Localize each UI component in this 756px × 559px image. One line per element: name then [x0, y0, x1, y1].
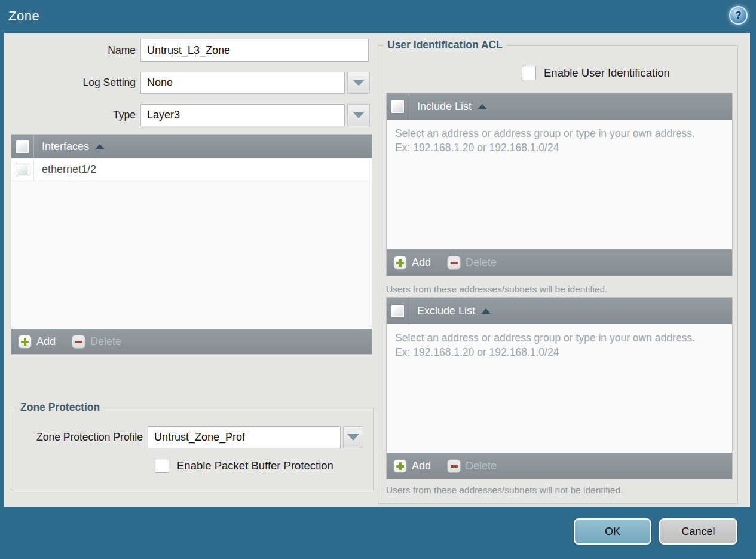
dialog-header: Zone ?	[0, 0, 756, 33]
include-list-toolbar: Add Delete	[387, 249, 732, 276]
include-list-placeholder: Select an address or address group or ty…	[387, 120, 721, 161]
name-label: Name	[4, 44, 140, 57]
help-glyph: ?	[735, 10, 741, 22]
zone-protection-profile-row: Zone Protection Profile	[15, 426, 363, 448]
chevron-down-icon	[347, 434, 359, 441]
zone-protection-section: Zone Protection Zone Protection Profile …	[11, 408, 374, 490]
add-button[interactable]: Add	[393, 256, 431, 270]
chevron-down-icon	[353, 112, 365, 118]
dialog-title: Zone	[8, 8, 39, 24]
plus-icon	[18, 335, 32, 349]
exclude-list-placeholder: Select an address or address group or ty…	[387, 324, 721, 366]
interfaces-toolbar: Add Delete	[11, 329, 372, 354]
exclude-list-header: Exclude List	[387, 298, 732, 324]
help-icon[interactable]: ?	[729, 6, 748, 25]
include-list-table: Include List Select an address or addres…	[386, 93, 733, 276]
minus-icon	[447, 256, 461, 270]
add-button[interactable]: Add	[18, 335, 56, 349]
include-list-note: Users from these addresses/subnets will …	[386, 284, 607, 295]
plus-icon	[393, 256, 407, 270]
delete-button[interactable]: Delete	[447, 256, 497, 270]
include-select-all-checkbox[interactable]	[391, 100, 405, 114]
include-list-body[interactable]: Select an address or address group or ty…	[387, 120, 732, 249]
delete-button[interactable]: Delete	[72, 335, 121, 349]
type-row: Type	[4, 104, 370, 126]
sort-ascending-icon[interactable]	[95, 144, 105, 149]
type-input[interactable]	[140, 104, 345, 126]
sort-ascending-icon[interactable]	[478, 104, 487, 109]
include-select-all-cell	[387, 93, 409, 120]
zone-protection-legend: Zone Protection	[17, 401, 103, 414]
log-setting-dropdown-button[interactable]	[347, 72, 370, 94]
dialog-content: Name Log Setting Type Interfaces etherne…	[4, 33, 750, 507]
add-button[interactable]: Add	[393, 459, 431, 473]
table-row[interactable]: ethernet1/2	[11, 158, 372, 181]
interfaces-table: Interfaces ethernet1/2 Add Delete	[11, 134, 372, 355]
type-dropdown-button[interactable]	[347, 104, 370, 126]
name-row: Name	[4, 39, 369, 62]
user-identification-acl-legend: User Identification ACL	[384, 39, 506, 51]
zone-protection-profile-label: Zone Protection Profile	[15, 431, 148, 444]
chevron-down-icon	[353, 80, 365, 86]
packet-buffer-label: Enable Packet Buffer Protection	[177, 459, 333, 472]
exclude-list-column-header[interactable]: Exclude List	[417, 305, 475, 317]
interface-name: ethernet1/2	[42, 163, 96, 176]
exclude-list-body[interactable]: Select an address or address group or ty…	[387, 324, 732, 453]
interfaces-table-header: Interfaces	[11, 135, 372, 158]
packet-buffer-row: Enable Packet Buffer Protection	[155, 459, 333, 473]
ok-button[interactable]: OK	[574, 518, 651, 545]
row-checkbox[interactable]	[16, 163, 29, 176]
exclude-list-toolbar: Add Delete	[387, 453, 732, 479]
user-identification-acl-section: User Identification ACL Enable User Iden…	[378, 45, 738, 504]
packet-buffer-checkbox[interactable]	[155, 459, 169, 473]
minus-icon	[447, 459, 461, 473]
row-checkbox-cell	[11, 158, 34, 181]
exclude-select-all-cell	[387, 298, 409, 324]
cancel-button[interactable]: Cancel	[659, 518, 737, 545]
sort-ascending-icon[interactable]	[481, 308, 491, 314]
delete-button[interactable]: Delete	[447, 459, 497, 473]
exclude-list-table: Exclude List Select an address or addres…	[386, 297, 733, 479]
zone-protection-profile-dropdown-button[interactable]	[343, 426, 363, 448]
type-label: Type	[4, 109, 140, 121]
log-setting-label: Log Setting	[4, 77, 140, 89]
interfaces-column-header[interactable]: Interfaces	[42, 140, 89, 153]
log-setting-input[interactable]	[140, 72, 345, 94]
log-setting-row: Log Setting	[4, 72, 370, 94]
plus-icon	[393, 459, 407, 473]
interfaces-select-all-cell	[11, 135, 34, 158]
exclude-list-note: Users from these addresses/subnets will …	[386, 485, 623, 496]
exclude-select-all-checkbox[interactable]	[391, 304, 405, 318]
minus-icon	[72, 335, 85, 349]
include-list-header: Include List	[387, 93, 732, 120]
enable-user-identification-checkbox[interactable]	[522, 66, 536, 80]
interfaces-table-body: ethernet1/2	[11, 158, 372, 329]
enable-user-identification-row: Enable User Identification	[522, 66, 670, 80]
include-list-column-header[interactable]: Include List	[417, 100, 472, 113]
zone-protection-profile-input[interactable]	[148, 426, 341, 448]
interfaces-select-all-checkbox[interactable]	[16, 140, 29, 154]
enable-user-identification-label: Enable User Identification	[544, 66, 670, 80]
name-input[interactable]	[140, 39, 369, 62]
